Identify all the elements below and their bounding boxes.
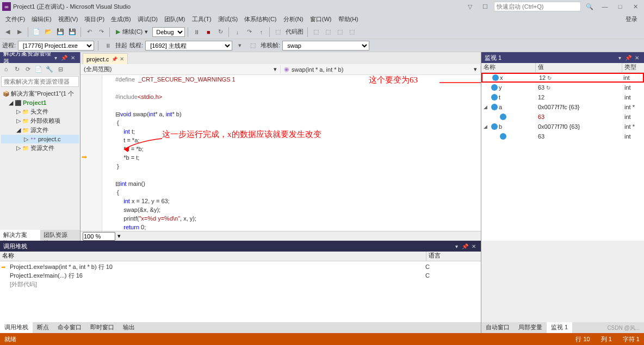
bottom-tab[interactable]: 命令窗口: [53, 322, 86, 333]
watch-row[interactable]: x12 ↻int: [481, 73, 644, 83]
folder-node[interactable]: ▷📁外部依赖项: [1, 116, 79, 126]
function-dropdown[interactable]: ◉swap(int * a, int * b)▾: [281, 66, 481, 73]
code-editor[interactable]: ➡ #define _CRT_SECURE_NO_WARNINGS 1 #inc…: [81, 75, 481, 231]
stack-dropdown[interactable]: swap: [282, 41, 369, 51]
expand-icon[interactable]: ◢: [9, 99, 13, 106]
notification-icon[interactable]: ▽: [463, 2, 476, 11]
menu-item[interactable]: 窗口(W): [307, 14, 335, 24]
signin-link[interactable]: 登录: [621, 14, 642, 24]
code-map-icon[interactable]: ⬚: [273, 27, 283, 37]
close-icon[interactable]: ✕: [120, 56, 124, 62]
menu-item[interactable]: 编辑(E): [28, 14, 55, 24]
watch-row[interactable]: t12int: [481, 92, 644, 102]
expand-icon[interactable]: ▷: [16, 145, 21, 152]
file-tab[interactable]: project.c 📌 ✕: [83, 53, 128, 64]
feedback-icon[interactable]: ☐: [479, 2, 492, 11]
menu-item[interactable]: 项目(P): [81, 14, 108, 24]
close-icon[interactable]: ✕: [470, 242, 478, 250]
pin-icon[interactable]: 📌: [60, 54, 68, 61]
step-out-icon[interactable]: ↑: [256, 27, 267, 37]
solution-root[interactable]: 📦解决方案"Project1"(1 个: [1, 89, 79, 98]
watch-row[interactable]: ◢a0x0077f7fc {63}int *: [481, 102, 644, 112]
expand-icon[interactable]: ◢: [484, 124, 490, 129]
continue-button[interactable]: ▶ 继续(C) ▾: [113, 28, 151, 36]
restart-icon[interactable]: ↻: [215, 27, 226, 37]
search-icon[interactable]: 🔍: [583, 2, 596, 11]
folder-node[interactable]: ◢📁源文件: [1, 126, 79, 135]
pin-icon[interactable]: 📌: [624, 54, 632, 61]
close-icon[interactable]: ✕: [633, 54, 641, 61]
watch-row[interactable]: 63int: [481, 112, 644, 122]
menu-item[interactable]: 测试(S): [215, 14, 242, 24]
thread-tool-icon[interactable]: ⬚: [247, 40, 258, 51]
solution-search-input[interactable]: [1, 76, 79, 87]
menu-item[interactable]: 帮助(H): [335, 14, 362, 24]
bottom-tab[interactable]: 自动窗口: [481, 322, 514, 333]
menu-item[interactable]: 文件(F): [2, 14, 28, 24]
home-icon[interactable]: ⌂: [1, 64, 11, 74]
watch-row[interactable]: ◢b0x0077f7f0 {63}int *: [481, 122, 644, 131]
debug-config-dropdown[interactable]: Debug: [152, 27, 185, 37]
process-dropdown[interactable]: [17776] Project1.exe: [18, 41, 94, 51]
properties-icon[interactable]: 🔧: [45, 64, 54, 74]
expand-icon[interactable]: ◢: [16, 127, 21, 134]
save-all-icon[interactable]: 💾: [67, 27, 78, 37]
menu-item[interactable]: 体系结构(C): [241, 14, 280, 24]
watch-row[interactable]: y63 ↻int: [481, 83, 644, 92]
expand-icon[interactable]: ▷: [16, 117, 21, 124]
refresh-icon[interactable]: ↻: [544, 85, 550, 91]
undo-icon[interactable]: ↶: [84, 27, 95, 37]
tool-icon[interactable]: ⬚: [311, 27, 321, 37]
folder-node[interactable]: ▷📁资源文件: [1, 143, 79, 153]
file-node[interactable]: ▷⁺⁺project.c: [1, 135, 79, 143]
new-project-icon[interactable]: 📄: [31, 27, 42, 37]
refresh-icon[interactable]: ↻: [546, 75, 552, 81]
thread-dropdown[interactable]: [1692] 主线程: [145, 41, 232, 51]
chevron-down-icon[interactable]: ▾: [117, 233, 121, 240]
menu-item[interactable]: 视图(V): [55, 14, 82, 24]
expand-icon[interactable]: ▷: [16, 108, 21, 115]
tool-icon[interactable]: ⬚: [323, 27, 333, 37]
stop-icon[interactable]: ■: [203, 27, 214, 37]
watch-row[interactable]: 63int: [481, 131, 644, 141]
dropdown-icon[interactable]: ▾: [52, 54, 59, 61]
menu-item[interactable]: 调试(D): [134, 14, 161, 24]
callstack-row[interactable]: ➡Project1.exe!swap(int * a, int * b) 行 1…: [1, 262, 480, 271]
scope-dropdown[interactable]: (全局范围)▾: [81, 65, 281, 73]
bottom-tab[interactable]: 输出: [119, 322, 139, 333]
menu-item[interactable]: 工具(T): [189, 14, 215, 24]
bottom-tab[interactable]: 局部变量: [514, 322, 547, 333]
pin-icon[interactable]: 📌: [112, 57, 117, 62]
menu-item[interactable]: 分析(N): [280, 14, 307, 24]
project-node[interactable]: ◢⬛Project1: [1, 98, 79, 107]
menu-item[interactable]: 团队(M): [161, 14, 189, 24]
open-icon[interactable]: 📂: [43, 27, 54, 37]
close-icon[interactable]: ✕: [69, 54, 77, 61]
break-all-icon[interactable]: ⏸: [191, 27, 202, 37]
tab-team[interactable]: 团队资源管...: [40, 230, 81, 241]
maximize-button[interactable]: □: [614, 2, 627, 11]
quick-launch-input[interactable]: [494, 2, 581, 11]
save-icon[interactable]: 💾: [55, 27, 66, 37]
step-into-icon[interactable]: ↓: [232, 27, 243, 37]
bottom-tab[interactable]: 调用堆栈: [0, 322, 33, 333]
code-content[interactable]: #define _CRT_SECURE_NO_WARNINGS 1 #inclu…: [110, 75, 481, 231]
thread-tool-icon[interactable]: ▾: [234, 40, 245, 51]
folder-node[interactable]: ▷📁头文件: [1, 107, 79, 116]
zoom-input[interactable]: [83, 232, 115, 241]
tab-solution[interactable]: 解决方案资...: [0, 230, 40, 241]
minimize-button[interactable]: —: [598, 2, 611, 11]
pin-icon[interactable]: 📌: [461, 242, 469, 250]
bottom-tab[interactable]: 监视 1: [547, 322, 572, 333]
expand-icon[interactable]: ◢: [484, 104, 490, 110]
callstack-row[interactable]: Project1.exe!main(...) 行 16C: [1, 271, 480, 280]
tool-icon[interactable]: ⬚: [346, 27, 357, 37]
bottom-tab[interactable]: 断点: [33, 322, 53, 333]
sync-icon[interactable]: ⟳: [23, 64, 33, 74]
nav-back-button[interactable]: ◀: [2, 27, 13, 37]
dropdown-icon[interactable]: ▾: [453, 242, 460, 250]
expand-icon[interactable]: ▷: [24, 136, 28, 143]
suspend-icon[interactable]: ⏸: [102, 40, 113, 51]
tool-icon[interactable]: ⬚: [335, 27, 345, 37]
redo-icon[interactable]: ↷: [96, 27, 107, 37]
